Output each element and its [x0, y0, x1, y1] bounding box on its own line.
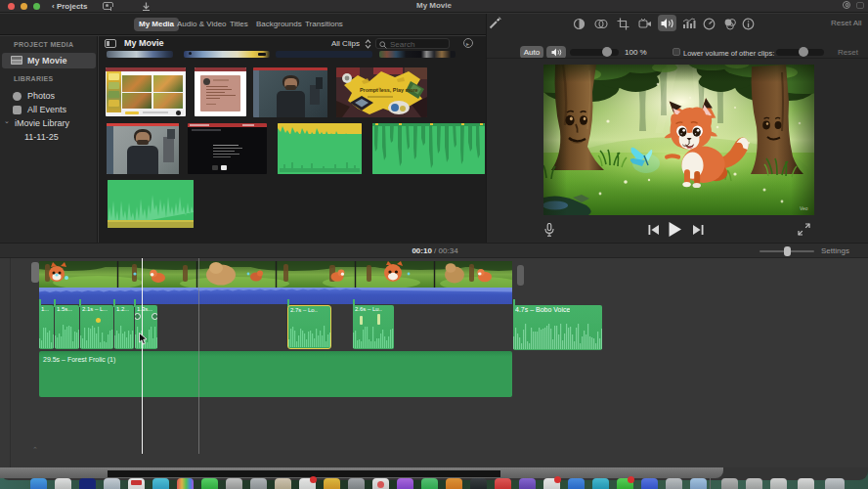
- svg-text:Prompt less, Play more: Prompt less, Play more: [360, 87, 418, 93]
- svg-text:Veo: Veo: [800, 205, 808, 211]
